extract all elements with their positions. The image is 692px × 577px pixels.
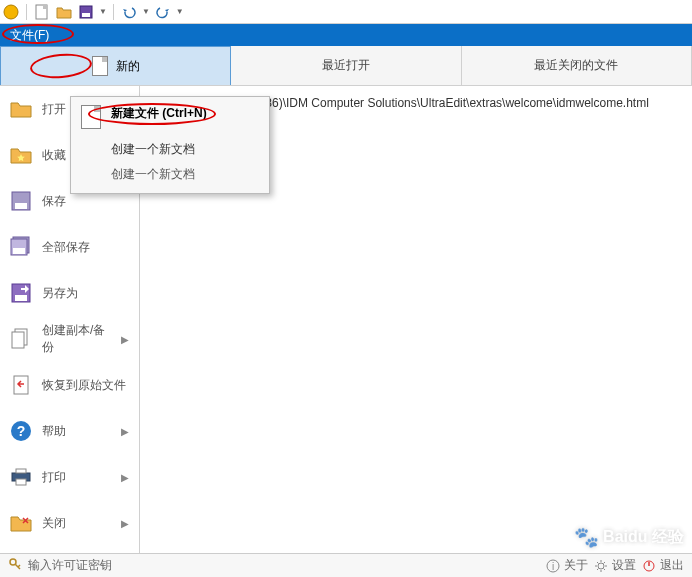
separator <box>113 4 114 20</box>
tab-recent-open[interactable]: 最近打开 <box>231 46 461 85</box>
save-as-icon <box>10 282 32 304</box>
new-file-icon[interactable] <box>33 3 51 21</box>
exit-icon <box>642 559 656 573</box>
menu-file[interactable]: 文件(F) <box>0 24 59 47</box>
sidebar-item-print[interactable]: 打印 ▶ <box>0 454 139 500</box>
chevron-right-icon: ▶ <box>121 426 129 437</box>
svg-rect-18 <box>16 469 26 473</box>
open-folder-icon[interactable] <box>55 3 73 21</box>
svg-rect-6 <box>15 203 27 209</box>
file-tabs: 新的 最近打开 最近关闭的文件 <box>0 46 692 86</box>
sidebar-item-label: 帮助 <box>42 423 111 440</box>
info-icon: i <box>546 559 560 573</box>
sidebar-item-label: 创建副本/备份 <box>42 322 111 356</box>
watermark-text: Baidu 经验 <box>603 527 684 548</box>
file-icon <box>81 105 101 129</box>
paw-icon: 🐾 <box>574 525 599 549</box>
svg-rect-13 <box>12 332 24 348</box>
svg-rect-2 <box>43 5 47 9</box>
key-icon <box>8 557 22 574</box>
print-icon <box>10 466 32 488</box>
svg-point-0 <box>4 5 18 19</box>
save-icon[interactable] <box>77 3 95 21</box>
sidebar-item-label: 保存 <box>42 193 129 210</box>
dropdown-icon[interactable]: ▼ <box>99 7 107 16</box>
settings-button[interactable]: 设置 <box>594 557 636 574</box>
redo-icon[interactable] <box>154 3 172 21</box>
watermark: 🐾 Baidu 经验 <box>574 525 684 549</box>
dropdown-icon[interactable]: ▼ <box>176 7 184 16</box>
svg-text:?: ? <box>17 423 26 439</box>
copy-file-icon <box>10 328 32 350</box>
restore-file-icon <box>10 374 32 396</box>
sidebar-item-label: 打印 <box>42 469 111 486</box>
tab-label: 最近打开 <box>322 57 370 74</box>
status-label: 退出 <box>660 557 684 574</box>
file-icon <box>92 56 108 76</box>
svg-rect-9 <box>13 248 25 254</box>
sidebar-item-create-copy[interactable]: 创建副本/备份 ▶ <box>0 316 139 362</box>
tab-label: 新的 <box>116 58 140 75</box>
separator <box>26 4 27 20</box>
chevron-right-icon: ▶ <box>121 518 129 529</box>
app-logo-icon <box>2 3 20 21</box>
about-button[interactable]: i 关于 <box>546 557 588 574</box>
exit-button[interactable]: 退出 <box>642 557 684 574</box>
quick-access-toolbar: ▼ ▼ ▼ <box>0 0 692 24</box>
sidebar-item-close[interactable]: 关闭 ▶ <box>0 500 139 546</box>
close-folder-icon <box>10 512 32 534</box>
tooltip-line: 创建一个新文档 <box>71 162 269 193</box>
dropdown-icon[interactable]: ▼ <box>142 7 150 16</box>
tab-recent-closed[interactable]: 最近关闭的文件 <box>462 46 692 85</box>
status-bar: 输入许可证密钥 i 关于 设置 退出 <box>0 553 692 577</box>
status-label: 设置 <box>612 557 636 574</box>
save-icon <box>10 190 32 212</box>
help-icon: ? <box>10 420 32 442</box>
status-label: 关于 <box>564 557 588 574</box>
tab-new[interactable]: 新的 <box>0 46 231 85</box>
undo-icon[interactable] <box>120 3 138 21</box>
save-all-icon <box>10 236 32 258</box>
license-link[interactable]: 输入许可证密钥 <box>28 557 112 574</box>
tooltip-title: 新建文件 (Ctrl+N) <box>111 105 207 122</box>
sidebar-item-label: 恢复到原始文件 <box>42 377 129 394</box>
sidebar-item-save-all[interactable]: 全部保存 <box>0 224 139 270</box>
tab-label: 最近关闭的文件 <box>534 57 618 74</box>
svg-text:i: i <box>552 561 554 572</box>
favorites-folder-icon <box>10 144 32 166</box>
gear-icon <box>594 559 608 573</box>
sidebar-item-label: 另存为 <box>42 285 129 302</box>
svg-rect-19 <box>16 479 26 485</box>
tooltip-popup: 新建文件 (Ctrl+N) 创建一个新文档 创建一个新文档 <box>70 96 270 194</box>
chevron-right-icon: ▶ <box>121 334 129 345</box>
tooltip-line: 创建一个新文档 <box>71 137 269 162</box>
sidebar-item-restore[interactable]: 恢复到原始文件 <box>0 362 139 408</box>
svg-rect-4 <box>82 13 90 17</box>
open-folder-icon <box>10 98 32 120</box>
svg-rect-14 <box>14 376 28 394</box>
chevron-right-icon: ▶ <box>121 472 129 483</box>
svg-point-23 <box>598 563 604 569</box>
sidebar-item-help[interactable]: ? 帮助 ▶ <box>0 408 139 454</box>
sidebar-item-label: 关闭 <box>42 515 111 532</box>
menu-bar: 文件(F) <box>0 24 692 46</box>
sidebar-item-save-as[interactable]: 另存为 <box>0 270 139 316</box>
svg-rect-11 <box>15 295 27 301</box>
sidebar-item-label: 全部保存 <box>42 239 129 256</box>
